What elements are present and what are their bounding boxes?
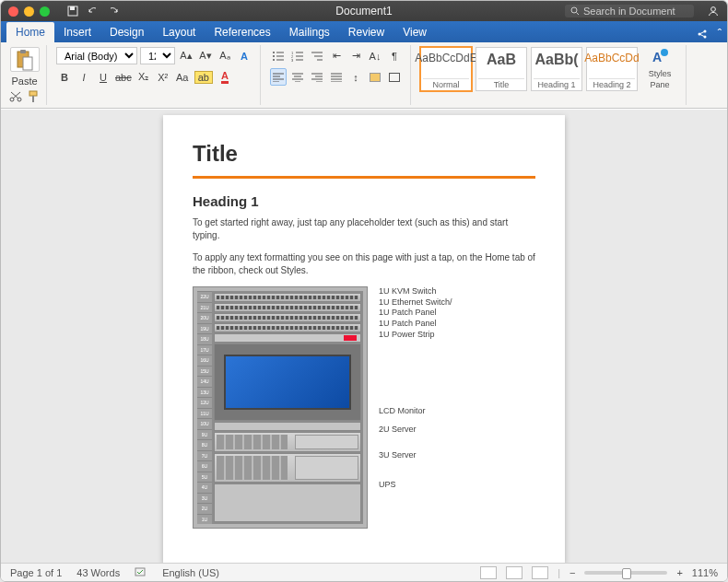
- style-normal[interactable]: AaBbCcDdE Normal: [420, 47, 472, 91]
- format-painter-icon[interactable]: [28, 90, 41, 103]
- tab-references[interactable]: References: [205, 22, 279, 42]
- doc-title[interactable]: Title: [193, 141, 535, 167]
- svg-point-4: [711, 7, 716, 12]
- doc-para-2[interactable]: To apply any text formatting you see on …: [193, 251, 535, 277]
- label-3u: 3U Server: [379, 450, 452, 461]
- language-indicator[interactable]: English (US): [162, 567, 219, 578]
- document-area[interactable]: Title Heading 1 To get started right awa…: [1, 110, 727, 563]
- page[interactable]: Title Heading 1 To get started right awa…: [163, 115, 565, 563]
- numbering-button[interactable]: 123: [289, 47, 306, 64]
- svg-point-47: [661, 49, 668, 56]
- tab-home[interactable]: Home: [6, 22, 54, 42]
- page-indicator[interactable]: Page 1 of 1: [10, 567, 62, 578]
- zoom-window-button[interactable]: [40, 6, 50, 17]
- subscript-button[interactable]: X₂: [135, 68, 152, 86]
- clipboard-group: Paste: [6, 45, 47, 105]
- quick-access-toolbar: [66, 5, 120, 17]
- paste-button[interactable]: [10, 47, 40, 72]
- italic-button[interactable]: I: [76, 68, 92, 86]
- focus-view[interactable]: [532, 566, 548, 579]
- rack-ups: [214, 483, 361, 522]
- redo-icon[interactable]: [107, 5, 120, 17]
- window-titlebar: Document1 Search in Document: [1, 1, 727, 21]
- tab-view[interactable]: View: [393, 22, 436, 42]
- spellcheck-icon[interactable]: [135, 567, 147, 578]
- text-effects-button[interactable]: A: [236, 47, 252, 64]
- shading-button[interactable]: [367, 68, 383, 86]
- doc-para-1[interactable]: To get started right away, just tap any …: [193, 216, 535, 242]
- rack-patch-panel-2: [214, 323, 361, 332]
- font-group: Arial (Body) 12 A▴ A▾ Aₐ A B I U abc X₂ …: [53, 45, 261, 105]
- ribbon-collapse-icon[interactable]: ˆ: [718, 27, 722, 41]
- increase-indent-button[interactable]: ⇥: [347, 47, 364, 64]
- search-icon: [570, 6, 580, 16]
- show-marks-button[interactable]: ¶: [386, 47, 403, 64]
- font-family-select[interactable]: Arial (Body): [56, 47, 137, 64]
- rack-spacer: [214, 422, 361, 431]
- rack-monitor: [214, 343, 361, 421]
- undo-icon[interactable]: [87, 5, 100, 17]
- label-power: 1U Power Strip: [379, 330, 452, 341]
- highlight-button[interactable]: ab: [194, 68, 214, 86]
- bullets-button[interactable]: [270, 47, 287, 64]
- user-icon[interactable]: [707, 5, 720, 17]
- rack-u-scale: 1U2U3U4U5U6U7U8U9U10U11U12U13U14U15U16U1…: [197, 291, 212, 524]
- align-center-button[interactable]: [289, 68, 306, 86]
- zoom-level[interactable]: 111%: [692, 567, 718, 578]
- rack-body: [212, 291, 363, 524]
- styles-pane-button[interactable]: A Styles Pane: [641, 47, 678, 89]
- line-spacing-button[interactable]: ↕: [347, 68, 364, 86]
- save-icon[interactable]: [66, 5, 79, 17]
- style-heading2[interactable]: AaBbCcDd Heading 2: [586, 47, 638, 91]
- font-color-button[interactable]: A: [217, 68, 233, 86]
- underline-button[interactable]: U: [95, 68, 112, 86]
- tab-layout[interactable]: Layout: [153, 22, 205, 42]
- svg-rect-48: [135, 568, 145, 576]
- borders-button[interactable]: [386, 68, 403, 86]
- word-count[interactable]: 43 Words: [76, 567, 120, 578]
- print-layout-view[interactable]: [480, 566, 497, 579]
- shrink-font-button[interactable]: A▾: [197, 47, 214, 64]
- strike-button[interactable]: abc: [114, 68, 133, 86]
- svg-line-3: [577, 13, 580, 16]
- rack-power-strip: [214, 333, 361, 343]
- cut-icon[interactable]: [9, 91, 22, 102]
- bold-button[interactable]: B: [56, 68, 73, 86]
- zoom-in-button[interactable]: +: [676, 567, 682, 578]
- style-heading1[interactable]: AaBb( Heading 1: [531, 47, 582, 91]
- tab-design[interactable]: Design: [100, 22, 153, 42]
- search-field[interactable]: Search in Document: [565, 5, 694, 17]
- superscript-button[interactable]: X²: [155, 68, 171, 86]
- sort-button[interactable]: A↓: [367, 47, 383, 64]
- rack-ethernet-switch: [214, 303, 361, 312]
- title-rule: [193, 176, 535, 179]
- rack-labels: 1U KVM Switch 1U Ethernet Switch/ 1U Pat…: [379, 286, 452, 529]
- tab-review[interactable]: Review: [339, 22, 393, 42]
- rack-figure[interactable]: 1U2U3U4U5U6U7U8U9U10U11U12U13U14U15U16U1…: [193, 286, 535, 529]
- justify-button[interactable]: [328, 68, 345, 86]
- change-case-button[interactable]: Aa: [174, 68, 191, 86]
- font-size-select[interactable]: 12: [140, 47, 175, 64]
- zoom-slider[interactable]: [584, 571, 667, 575]
- grow-font-button[interactable]: A▴: [178, 47, 194, 64]
- doc-heading1[interactable]: Heading 1: [193, 193, 535, 209]
- web-layout-view[interactable]: [506, 566, 523, 579]
- clear-format-button[interactable]: Aₐ: [217, 47, 233, 64]
- align-left-button[interactable]: [270, 68, 287, 86]
- zoom-out-button[interactable]: −: [569, 567, 575, 578]
- tab-insert[interactable]: Insert: [54, 22, 100, 42]
- styles-pane-icon: A: [650, 47, 670, 67]
- label-pp2: 1U Patch Panel: [379, 319, 452, 330]
- style-title[interactable]: AaB Title: [476, 47, 527, 91]
- multilevel-button[interactable]: [309, 47, 325, 64]
- svg-point-2: [571, 7, 577, 13]
- close-window-button[interactable]: [8, 6, 18, 17]
- minimize-window-button[interactable]: [24, 6, 34, 17]
- decrease-indent-button[interactable]: ⇤: [328, 47, 345, 64]
- traffic-lights: [8, 6, 50, 17]
- rack-kvm-switch: [214, 293, 361, 302]
- align-right-button[interactable]: [309, 68, 325, 86]
- tab-mailings[interactable]: Mailings: [280, 22, 339, 42]
- share-icon[interactable]: [696, 28, 709, 41]
- svg-point-15: [273, 52, 275, 53]
